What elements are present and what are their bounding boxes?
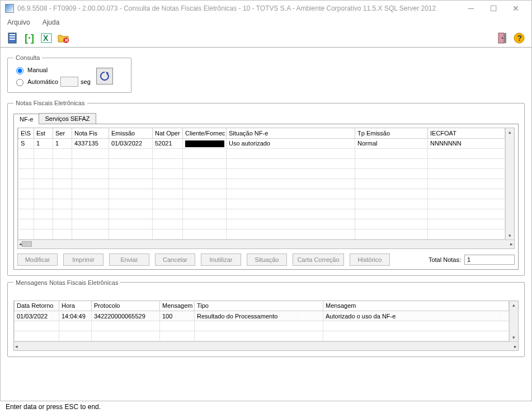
cell-ser: 1	[53, 138, 72, 148]
mcell-tipo: Resultado do Processamento	[195, 311, 323, 321]
mcell-mensnum: 100	[160, 311, 195, 321]
toolbar: [·] X ✕ ?	[1, 29, 531, 48]
nfe-legend: Notas Fiscais Eletrônicas	[13, 100, 87, 106]
table-row[interactable]	[18, 168, 505, 179]
nfe-button-row: Modificar Imprimir Enviar Cancelar Inuti…	[17, 254, 515, 266]
col-nota[interactable]: Nota Fis	[72, 128, 109, 138]
radio-manual[interactable]: Manual	[13, 65, 91, 74]
radio-manual-input[interactable]	[16, 67, 23, 74]
nfe-tabs: NF-e Serviços SEFAZ	[13, 113, 519, 124]
refresh-button[interactable]	[96, 68, 113, 85]
msg-grid[interactable]: Data Retorno Hora Protocolo Mensagem Tip…	[13, 301, 519, 351]
col-tpemissao[interactable]: Tp Emissão	[355, 128, 428, 138]
close-button[interactable]: ✕	[505, 2, 527, 15]
window-title: 06.9.5508 - FT0909 - 2.00.00.073 - Consu…	[17, 4, 460, 12]
cell-est: 1	[34, 138, 53, 148]
menu-arquivo[interactable]: Arquivo	[5, 17, 32, 27]
historico-button[interactable]: Histórico	[350, 254, 390, 266]
svg-rect-2	[10, 36, 15, 37]
table-row[interactable]	[18, 179, 505, 189]
col-est[interactable]: Est	[34, 128, 53, 138]
menubar: Arquivo Ajuda	[1, 16, 531, 29]
app-icon	[5, 4, 14, 13]
table-row[interactable]	[15, 331, 509, 341]
mcol-mensnum[interactable]: Mensagem	[160, 301, 195, 311]
mcol-protocolo[interactable]: Protocolo	[92, 301, 160, 311]
radio-manual-label: Manual	[27, 67, 48, 73]
col-iecfoat[interactable]: IECFOAT	[428, 128, 505, 138]
inutilizar-button[interactable]: Inutilizar	[201, 254, 241, 266]
table-row[interactable]: 01/03/2022 14:04:49 342220000065529 100 …	[15, 311, 509, 321]
mcell-hora: 14:04:49	[59, 311, 92, 321]
svg-rect-9	[498, 33, 504, 43]
seg-input[interactable]	[60, 77, 78, 87]
mcol-data[interactable]: Data Retorno	[15, 301, 59, 311]
nfe-vscrollbar[interactable]: ▴▾	[505, 128, 514, 240]
table-row[interactable]	[18, 219, 505, 229]
modificar-button[interactable]: Modificar	[17, 254, 58, 266]
svg-text:X: X	[43, 34, 49, 43]
col-cliente[interactable]: Cliente/Fornec	[183, 128, 227, 138]
svg-text:[·]: [·]	[25, 32, 34, 44]
cancelar-button[interactable]: Cancelar	[155, 254, 195, 266]
svg-text:?: ?	[517, 34, 522, 43]
col-es[interactable]: E\S	[18, 128, 34, 138]
status-text: Enter data or press ESC to end.	[6, 403, 101, 411]
table-row[interactable]	[18, 148, 505, 158]
mcol-hora[interactable]: Hora	[59, 301, 92, 311]
msg-hscrollbar[interactable]: ◂▸	[14, 341, 518, 350]
col-ser[interactable]: Ser	[53, 128, 72, 138]
cell-natoper: 52021	[153, 138, 183, 148]
excel-export-icon[interactable]: X	[39, 30, 54, 46]
table-row[interactable]	[18, 209, 505, 219]
statusbar: Enter data or press ESC to end.	[0, 401, 532, 413]
carta-correcao-button[interactable]: Carta Correção	[293, 254, 344, 266]
tab-sefaz[interactable]: Serviços SEFAZ	[39, 113, 96, 124]
enviar-button[interactable]: Enviar	[109, 254, 149, 266]
table-row[interactable]	[18, 158, 505, 168]
svg-text:✕: ✕	[64, 37, 69, 43]
minimize-button[interactable]: ─	[460, 2, 482, 15]
exit-door-icon[interactable]	[495, 30, 510, 46]
radio-automatico-label: Automático	[27, 78, 58, 85]
table-row[interactable]	[18, 229, 505, 239]
table-row[interactable]	[15, 321, 509, 331]
redacted-cliente	[185, 140, 224, 147]
cell-iecfoat: NNNNNNN	[428, 138, 505, 148]
radio-automatico[interactable]: Automático seg	[13, 77, 91, 87]
total-notas-value: 1	[464, 255, 515, 265]
mensagens-legend: Mensagens Notas Fiscais Eletrônicas	[13, 279, 120, 286]
menu-ajuda[interactable]: Ajuda	[40, 17, 62, 27]
brackets-green-icon[interactable]: [·]	[22, 30, 37, 46]
total-notas-label: Total Notas:	[429, 256, 461, 263]
consulta-group: Consulta Manual Automático seg	[7, 54, 131, 93]
situacao-button[interactable]: Situação	[247, 254, 287, 266]
help-icon[interactable]: ?	[511, 30, 527, 46]
mcol-mensagem[interactable]: Mensagem	[323, 301, 509, 311]
col-natoper[interactable]: Nat Oper	[153, 128, 183, 138]
table-row[interactable]: S 1 1 4337135 01/03/2022 52021 Uso autor…	[18, 138, 505, 148]
svg-rect-3	[10, 39, 15, 40]
mcell-data: 01/03/2022	[15, 311, 59, 321]
nfe-header-row: E\S Est Ser Nota Fis Emissão Nat Oper Cl…	[18, 128, 505, 138]
consulta-legend: Consulta	[13, 54, 42, 61]
tab-nfe[interactable]: NF-e	[13, 114, 39, 124]
nfe-hscrollbar[interactable]: ◂▸	[18, 240, 514, 248]
nfe-group: Notas Fiscais Eletrônicas NF-e Serviços …	[7, 100, 525, 276]
col-situacao[interactable]: Situação NF-e	[227, 128, 355, 138]
svg-rect-10	[504, 33, 506, 43]
msg-vscrollbar[interactable]: ▴▾	[509, 301, 518, 342]
mcol-tipo[interactable]: Tipo	[195, 301, 323, 311]
radio-automatico-input[interactable]	[16, 79, 23, 86]
nfe-grid[interactable]: E\S Est Ser Nota Fis Emissão Nat Oper Cl…	[17, 128, 515, 249]
maximize-button[interactable]: ☐	[482, 2, 505, 15]
window-titlebar: 06.9.5508 - FT0909 - 2.00.00.073 - Consu…	[1, 1, 531, 16]
svg-rect-1	[10, 34, 15, 35]
imprimir-button[interactable]: Imprimir	[63, 254, 103, 266]
document-icon[interactable]	[5, 30, 21, 46]
folder-delete-icon[interactable]: ✕	[55, 30, 71, 46]
svg-point-11	[502, 37, 503, 38]
table-row[interactable]	[18, 189, 505, 199]
table-row[interactable]	[18, 199, 505, 209]
col-emissao[interactable]: Emissão	[109, 128, 153, 138]
